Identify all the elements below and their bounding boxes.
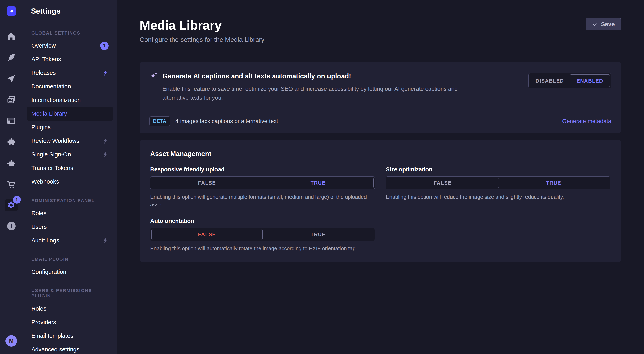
sidebar-item-api-tokens[interactable]: API Tokens bbox=[27, 53, 113, 66]
sidebar-item-label: API Tokens bbox=[31, 56, 61, 63]
responsive-friendly-upload-option-false[interactable]: FALSE bbox=[152, 177, 263, 188]
rail-item-cart[interactable] bbox=[6, 179, 16, 189]
sidebar-item-plugins[interactable]: Plugins bbox=[27, 121, 113, 134]
puzzle-icon bbox=[6, 137, 16, 147]
sidebar-item-roles[interactable]: Roles bbox=[27, 302, 113, 316]
generate-metadata-link[interactable]: Generate metadata bbox=[562, 118, 611, 124]
field-hint: Enabling this option will automatically … bbox=[150, 245, 375, 252]
sidebar-item-users[interactable]: Users bbox=[27, 220, 113, 234]
item-count-badge: 1 bbox=[100, 42, 108, 50]
sidebar-title: Settings bbox=[23, 0, 117, 22]
user-avatar[interactable]: M bbox=[6, 335, 17, 347]
settings-notification-badge: 1 bbox=[13, 196, 21, 204]
size-optimization-option-false[interactable]: FALSE bbox=[387, 177, 498, 188]
sidebar-item-releases[interactable]: Releases bbox=[27, 66, 113, 80]
rail-item-marketplace[interactable] bbox=[6, 158, 16, 168]
sidebar-item-label: Single Sign-On bbox=[31, 151, 71, 158]
auto-orientation-option-true[interactable]: TRUE bbox=[263, 229, 374, 240]
ai-captions-toggle: DISABLEDENABLED bbox=[528, 73, 611, 88]
rail-item-puzzle[interactable] bbox=[6, 137, 16, 147]
bolt-icon bbox=[102, 138, 108, 144]
section-label: GLOBAL SETTINGS bbox=[27, 30, 113, 36]
lightning-icon-wrap bbox=[102, 138, 108, 144]
rail-item-send[interactable] bbox=[6, 74, 16, 83]
sidebar-item-label: Plugins bbox=[31, 124, 50, 131]
main-nav-rail: 1 i M bbox=[0, 0, 23, 354]
nav-section-users-permissions-plugin: USERS & PERMISSIONS PLUGINRolesProviders… bbox=[27, 288, 113, 354]
rail-item-layout[interactable] bbox=[6, 116, 16, 126]
lightning-icon-wrap bbox=[102, 152, 108, 158]
info-icon[interactable]: i bbox=[7, 222, 16, 230]
size-optimization-toggle: FALSETRUE bbox=[386, 177, 610, 189]
sidebar-item-configuration[interactable]: Configuration bbox=[27, 265, 113, 279]
responsive-friendly-upload-option-true[interactable]: TRUE bbox=[263, 177, 374, 188]
save-button-label: Save bbox=[601, 21, 615, 28]
sidebar-item-roles[interactable]: Roles bbox=[27, 206, 113, 220]
sidebar-item-overview[interactable]: Overview1 bbox=[27, 39, 113, 53]
captions-status-text: 4 images lack captions or alternative te… bbox=[176, 118, 278, 124]
sidebar-item-label: Roles bbox=[31, 305, 46, 312]
sidebar-item-documentation[interactable]: Documentation bbox=[27, 80, 113, 93]
nav-section-administration-panel: ADMINISTRATION PANELRolesUsersAudit Logs bbox=[27, 198, 113, 247]
ai-captions-option-enabled[interactable]: ENABLED bbox=[570, 74, 610, 87]
ai-captions-option-disabled[interactable]: DISABLED bbox=[530, 74, 570, 87]
rail-item-media[interactable] bbox=[6, 95, 16, 105]
sidebar-item-label: Webhooks bbox=[31, 178, 59, 185]
sidebar-item-label: Audit Logs bbox=[31, 237, 59, 244]
sidebar-item-label: Configuration bbox=[31, 269, 66, 275]
sidebar-item-label: Overview bbox=[31, 42, 56, 49]
sidebar-item-label: Documentation bbox=[31, 83, 71, 90]
rail-item-feather[interactable] bbox=[6, 53, 16, 62]
auto-orientation-toggle: FALSETRUE bbox=[150, 228, 375, 241]
sidebar-item-media-library[interactable]: Media Library bbox=[27, 107, 113, 121]
field-auto-orientation: Auto orientationFALSETRUEEnabling this o… bbox=[150, 218, 375, 252]
section-label: EMAIL PLUGIN bbox=[27, 257, 113, 262]
sidebar-item-label: Providers bbox=[31, 319, 56, 326]
send-icon bbox=[6, 74, 16, 83]
field-hint: Enabling this option will reduce the ima… bbox=[386, 193, 610, 201]
sidebar-item-internationalization[interactable]: Internationalization bbox=[27, 93, 113, 107]
sidebar-item-providers[interactable]: Providers bbox=[27, 316, 113, 329]
sidebar-item-label: Users bbox=[31, 223, 47, 230]
sidebar-item-settings-gear[interactable]: 1 bbox=[5, 199, 18, 211]
asset-management-fields: Responsive friendly uploadFALSETRUEEnabl… bbox=[150, 166, 610, 252]
bolt-icon bbox=[102, 152, 108, 158]
asset-management-title: Asset Management bbox=[150, 150, 610, 158]
bolt-icon bbox=[102, 70, 108, 76]
sidebar-item-advanced-settings[interactable]: Advanced settings bbox=[27, 343, 113, 354]
sidebar-item-label: Email templates bbox=[31, 333, 73, 339]
size-optimization-option-true[interactable]: TRUE bbox=[498, 177, 610, 188]
strapi-logo[interactable] bbox=[6, 6, 16, 16]
rail-item-home[interactable] bbox=[6, 32, 16, 41]
sidebar-item-transfer-tokens[interactable]: Transfer Tokens bbox=[27, 161, 113, 175]
sparkles-icon bbox=[150, 72, 158, 80]
media-icon bbox=[6, 95, 16, 105]
banner-description: Enable this feature to save time, optimi… bbox=[162, 84, 461, 102]
lightning-icon-wrap bbox=[102, 70, 108, 76]
field-label: Size optimization bbox=[386, 166, 610, 173]
sidebar-item-review-workflows[interactable]: Review Workflows bbox=[27, 134, 113, 148]
save-button[interactable]: Save bbox=[586, 18, 621, 30]
nav-section-email-plugin: EMAIL PLUGINConfiguration bbox=[27, 257, 113, 279]
feather-icon bbox=[6, 53, 16, 62]
field-size-optimization: Size optimizationFALSETRUEEnabling this … bbox=[386, 166, 610, 208]
sidebar-item-label: Media Library bbox=[31, 110, 67, 117]
page-title: Media Library bbox=[140, 18, 264, 32]
field-hint: Enabling this option will generate multi… bbox=[150, 193, 375, 208]
sidebar-item-single-sign-on[interactable]: Single Sign-On bbox=[27, 148, 113, 161]
notification-badge: 1 bbox=[100, 42, 108, 50]
auto-orientation-option-false[interactable]: FALSE bbox=[152, 229, 263, 240]
home-icon bbox=[6, 32, 16, 41]
responsive-friendly-upload-toggle: FALSETRUE bbox=[150, 177, 375, 189]
nav-section-global-settings: GLOBAL SETTINGSOverview1API TokensReleas… bbox=[27, 30, 113, 188]
sidebar-item-email-templates[interactable]: Email templates bbox=[27, 329, 113, 343]
page-header: Media Library Configure the settings for… bbox=[140, 18, 621, 43]
sidebar-item-webhooks[interactable]: Webhooks bbox=[27, 175, 113, 188]
section-label: USERS & PERMISSIONS PLUGIN bbox=[27, 288, 113, 299]
main-content: Media Library Configure the settings for… bbox=[117, 0, 644, 354]
cart-icon bbox=[6, 179, 16, 189]
layout-icon bbox=[6, 116, 16, 126]
sidebar-item-label: Releases bbox=[31, 70, 56, 76]
sidebar-item-audit-logs[interactable]: Audit Logs bbox=[27, 234, 113, 247]
page-subtitle: Configure the settings for the Media Lib… bbox=[140, 36, 264, 43]
